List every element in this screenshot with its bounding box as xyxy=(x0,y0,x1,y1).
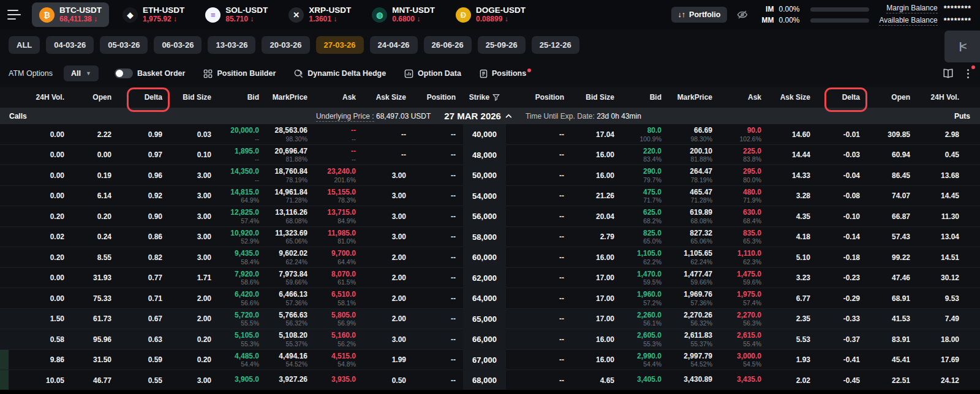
put-ask-cell[interactable]: 1,110.062.3% xyxy=(720,250,769,265)
call-bid-cell[interactable]: 14,350.0-- xyxy=(219,168,266,183)
toolbar-item-option-data[interactable]: Option Data xyxy=(404,69,461,78)
ticker-btc-usdt[interactable]: ₿BTC-USDT68,411.38 ↓ xyxy=(32,2,109,26)
put-bid-cell[interactable]: 2,260.056.1% xyxy=(622,311,669,327)
strike-cell[interactable]: 56,000 xyxy=(463,206,506,227)
put-bid-cell[interactable]: 3,405.0 xyxy=(622,376,669,385)
put-bid-cell[interactable]: 80.0100.9% xyxy=(622,127,669,142)
option-row-strike-40000[interactable]: 0.002.220.990.0320,000.0--28,563.0698.30… xyxy=(0,124,980,145)
put-ask-cell[interactable]: 295.080.0% xyxy=(720,168,769,183)
put-bid-cell[interactable]: 825.065.0% xyxy=(622,229,669,245)
ticker-xrp-usdt[interactable]: ✕XRP-USDT1.3601 ↓ xyxy=(281,2,358,26)
strike-cell[interactable]: 66,000 xyxy=(463,329,506,350)
call-bid-cell[interactable]: 6,420.056.6% xyxy=(219,291,266,306)
strike-cell[interactable]: 60,000 xyxy=(463,247,506,268)
call-bid-cell[interactable]: 14,815.064.9% xyxy=(219,188,266,204)
expiry-tab-25-09-26[interactable]: 25-09-26 xyxy=(478,36,526,54)
call-ask-cell[interactable]: 8,070.061.5% xyxy=(315,270,363,286)
put-ask-cell[interactable]: 2,270.056.3% xyxy=(720,311,769,327)
strike-cell[interactable]: 68,000 xyxy=(463,370,506,391)
call-bid-cell[interactable]: 20,000.0-- xyxy=(219,127,266,142)
option-row-strike-66000[interactable]: 0.5895.960.630.205,105.055.3%5,108.2055.… xyxy=(0,329,980,350)
option-row-strike-54000[interactable]: 0.006.140.923.0014,815.064.9%14,961.8471… xyxy=(0,186,980,207)
call-bid-cell[interactable]: 7,920.058.6% xyxy=(219,270,266,286)
expiry-tab-20-03-26[interactable]: 20-03-26 xyxy=(262,36,309,54)
call-ask-cell[interactable]: 6,510.058.1% xyxy=(315,291,363,306)
expiry-tab-05-03-26[interactable]: 05-03-26 xyxy=(100,36,148,54)
put-ask-cell[interactable]: 1,475.059.6% xyxy=(720,270,769,286)
put-ask-cell[interactable]: 630.068.4% xyxy=(720,209,769,224)
menu-icon[interactable] xyxy=(7,10,21,20)
option-row-strike-67000[interactable]: 9.8631.500.590.204,485.054.4%4,494.1654.… xyxy=(0,350,980,371)
put-bid-cell[interactable]: 2,990.054.4% xyxy=(622,352,669,368)
expiry-tab-24-04-26[interactable]: 24-04-26 xyxy=(370,36,418,54)
strike-cell[interactable]: 65,000 xyxy=(463,309,506,330)
put-bid-cell[interactable]: 290.079.7% xyxy=(622,168,669,183)
call-ask-cell[interactable]: 9,700.064.4% xyxy=(315,250,363,265)
option-row-strike-56000[interactable]: 0.200.200.903.0012,825.057.4%13,116.2668… xyxy=(0,206,980,227)
call-ask-cell[interactable]: 3,935.0 xyxy=(315,376,363,385)
column-header-strike[interactable]: Strike xyxy=(463,93,506,102)
put-ask-cell[interactable]: 2,615.055.4% xyxy=(720,332,769,347)
toolbar-item-basket-order[interactable]: Basket Order xyxy=(115,69,186,78)
option-row-strike-50000[interactable]: 0.000.190.963.0014,350.0--18,760.8478.19… xyxy=(0,165,980,186)
call-ask-cell[interactable]: 13,715.084.9% xyxy=(315,209,363,224)
toolbar-item-position-builder[interactable]: Position Builder xyxy=(203,69,276,78)
ticker-sol-usdt[interactable]: ≡SOL-USDT85.710 ↓ xyxy=(198,2,275,26)
atm-options-select[interactable]: All ▼ xyxy=(64,65,99,81)
call-ask-cell[interactable]: ---- xyxy=(315,147,363,163)
put-bid-cell[interactable]: 2,605.055.3% xyxy=(622,332,669,347)
portfolio-button[interactable]: ↓↑ Portfolio xyxy=(671,7,728,23)
bottom-scroll-strip[interactable] xyxy=(0,390,980,394)
strike-cell[interactable]: 62,000 xyxy=(463,268,506,289)
strike-cell[interactable]: 54,000 xyxy=(463,186,506,207)
option-row-strike-60000[interactable]: 0.208.550.823.009,435.058.4%9,602.0262.2… xyxy=(0,247,980,268)
put-bid-cell[interactable]: 1,960.057.2% xyxy=(622,291,669,306)
toolbar-item-positions[interactable]: Positions xyxy=(480,69,530,78)
strike-cell[interactable]: 67,000 xyxy=(463,350,506,371)
option-row-strike-62000[interactable]: 0.0031.930.771.717,920.058.6%7,973.8459.… xyxy=(0,268,980,289)
more-menu-icon[interactable] xyxy=(965,68,971,80)
filter-icon[interactable] xyxy=(492,94,500,101)
option-row-strike-65000[interactable]: 1.5061.730.672.005,720.055.5%5,766.6356.… xyxy=(0,309,980,330)
call-bid-cell[interactable]: 1,895.0-- xyxy=(219,147,266,163)
strike-cell[interactable]: 48,000 xyxy=(463,145,506,166)
ticker-doge-usdt[interactable]: ÐDOGE-USDT0.08899 ↓ xyxy=(448,2,533,26)
option-row-strike-58000[interactable]: 0.020.240.863.0010,920.052.9%11,323.6965… xyxy=(0,227,980,248)
expiry-tab-25-12-26[interactable]: 25-12-26 xyxy=(532,36,579,54)
put-ask-cell[interactable]: 90.0102.6% xyxy=(720,127,769,142)
call-ask-cell[interactable]: 11,985.081.0% xyxy=(315,229,363,245)
call-bid-cell[interactable]: 12,825.057.4% xyxy=(219,209,266,224)
collapse-panel-button[interactable]: |< xyxy=(944,31,980,62)
put-bid-cell[interactable]: 220.083.4% xyxy=(622,147,669,163)
put-bid-cell[interactable]: 1,105.062.2% xyxy=(622,250,669,265)
expiry-tab-all[interactable]: ALL xyxy=(9,36,40,54)
orderbook-icon[interactable] xyxy=(943,69,954,78)
put-bid-cell[interactable]: 475.071.7% xyxy=(622,188,669,204)
expiry-tab-04-03-26[interactable]: 04-03-26 xyxy=(46,36,94,54)
call-ask-cell[interactable]: 15,155.078.3% xyxy=(315,188,363,204)
basket-order-toggle[interactable] xyxy=(115,69,133,78)
expiry-tab-26-06-26[interactable]: 26-06-26 xyxy=(424,36,472,54)
strike-cell[interactable]: 50,000 xyxy=(463,165,506,186)
expiry-selector[interactable]: 27 MAR 2026 xyxy=(444,111,512,121)
put-ask-cell[interactable]: 480.071.9% xyxy=(720,188,769,204)
ticker-mnt-usdt[interactable]: ◍MNT-USDT0.6800 ↓ xyxy=(364,2,442,26)
put-ask-cell[interactable]: 835.065.3% xyxy=(720,229,769,245)
call-bid-cell[interactable]: 3,905.0 xyxy=(219,376,266,385)
eye-off-icon[interactable] xyxy=(737,9,748,20)
option-row-strike-68000[interactable]: 10.0546.770.553.003,905.03,927.263,935.0… xyxy=(0,370,980,391)
call-ask-cell[interactable]: 5,160.056.2% xyxy=(315,332,363,347)
expiry-tab-06-03-26[interactable]: 06-03-26 xyxy=(154,36,202,54)
option-row-strike-64000[interactable]: 0.0075.330.712.006,420.056.6%6,466.1357.… xyxy=(0,288,980,309)
expiry-tab-27-03-26[interactable]: 27-03-26 xyxy=(316,36,364,54)
strike-cell[interactable]: 40,000 xyxy=(463,124,506,145)
call-ask-cell[interactable]: 4,515.054.8% xyxy=(315,352,363,368)
call-ask-cell[interactable]: 5,805.056.9% xyxy=(315,311,363,327)
put-ask-cell[interactable]: 3,000.054.5% xyxy=(720,352,769,368)
call-bid-cell[interactable]: 5,105.055.3% xyxy=(219,332,266,347)
put-ask-cell[interactable]: 1,975.057.4% xyxy=(720,291,769,306)
put-ask-cell[interactable]: 3,435.0 xyxy=(720,376,769,385)
expiry-tab-13-03-26[interactable]: 13-03-26 xyxy=(208,36,255,54)
toolbar-item-dynamic-delta-hedge[interactable]: Dynamic Delta Hedge xyxy=(294,69,386,78)
strike-cell[interactable]: 64,000 xyxy=(463,288,506,309)
